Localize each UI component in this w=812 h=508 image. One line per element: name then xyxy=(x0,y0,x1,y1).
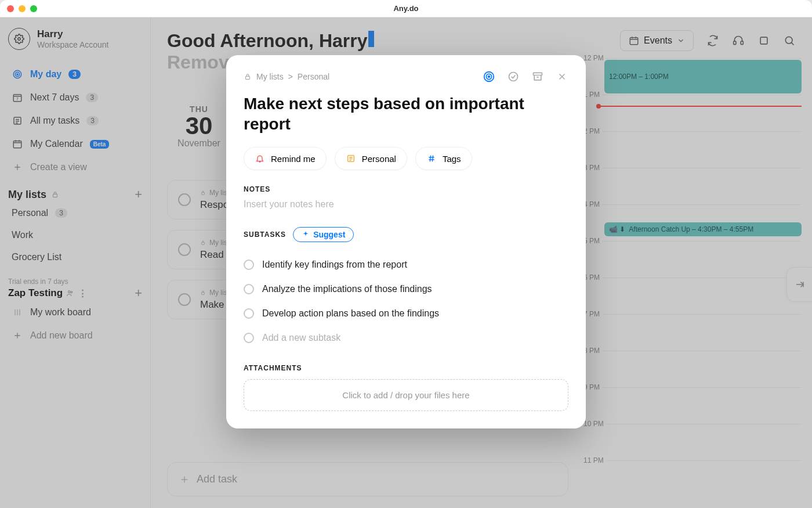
lock-icon xyxy=(244,73,252,81)
bell-icon xyxy=(255,153,265,164)
attachments-label: ATTACHMENTS xyxy=(244,364,568,372)
modal-breadcrumb[interactable]: My lists > Personal xyxy=(244,72,329,81)
svg-rect-24 xyxy=(534,73,542,75)
list-chip[interactable]: Personal xyxy=(335,147,407,170)
attachments-dropzone[interactable]: Click to add / drop your files here xyxy=(244,379,568,411)
titlebar: Any.do xyxy=(0,0,812,17)
window-minimize-button[interactable] xyxy=(19,5,26,12)
tags-chip[interactable]: Tags xyxy=(415,147,472,170)
complete-icon[interactable] xyxy=(507,70,520,83)
suggest-button[interactable]: Suggest xyxy=(293,227,354,242)
archive-icon[interactable] xyxy=(531,70,544,83)
notes-input[interactable]: Insert your notes here xyxy=(244,199,568,210)
hash-icon xyxy=(426,153,437,164)
window-title: Any.do xyxy=(393,4,418,13)
task-detail-modal: My lists > Personal Make next steps base… xyxy=(226,55,586,428)
modal-title[interactable]: Make next steps based on important repor… xyxy=(244,93,568,134)
window-zoom-button[interactable] xyxy=(30,5,37,12)
svg-rect-19 xyxy=(246,76,250,79)
subtask-checkbox[interactable] xyxy=(244,284,254,294)
notes-label: NOTES xyxy=(244,185,568,193)
svg-point-22 xyxy=(488,76,490,78)
add-subtask-input[interactable]: Add a new subtask xyxy=(244,326,568,350)
subtask-item[interactable]: Develop action plans based on the findin… xyxy=(244,301,568,326)
close-icon[interactable] xyxy=(556,70,568,83)
svg-point-23 xyxy=(509,73,518,81)
remind-me-chip[interactable]: Remind me xyxy=(244,147,327,170)
subtask-checkbox[interactable] xyxy=(244,260,254,270)
subtask-checkbox[interactable] xyxy=(244,308,254,319)
window-close-button[interactable] xyxy=(7,5,14,12)
subtasks-label: SUBTASKS xyxy=(244,230,286,239)
subtask-checkbox xyxy=(244,333,254,343)
subtask-item[interactable]: Analyze the implications of those findin… xyxy=(244,277,568,301)
list-icon xyxy=(346,153,356,164)
subtask-item[interactable]: Identify key findings from the report xyxy=(244,253,568,277)
focus-icon[interactable] xyxy=(483,70,495,83)
sparkle-icon xyxy=(302,230,310,239)
